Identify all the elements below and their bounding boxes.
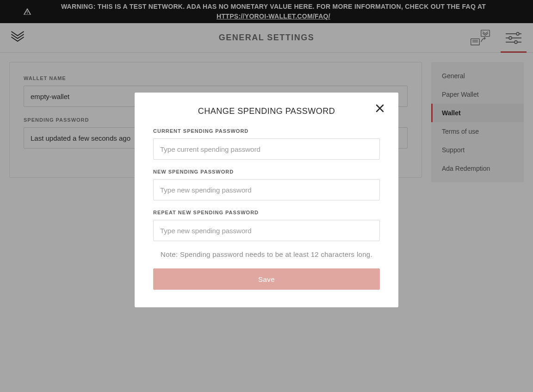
modal-overlay[interactable]: CHANGE SPENDING PASSWORD CURRENT SPENDIN… bbox=[0, 0, 533, 392]
repeat-password-label: REPEAT NEW SPENDING PASSWORD bbox=[153, 210, 380, 215]
modal-title: CHANGE SPENDING PASSWORD bbox=[153, 106, 380, 116]
new-password-label: NEW SPENDING PASSWORD bbox=[153, 169, 380, 174]
password-length-note: Note: Spending password needs to be at l… bbox=[153, 250, 380, 258]
current-password-input[interactable] bbox=[153, 138, 380, 160]
close-icon[interactable] bbox=[375, 104, 386, 115]
repeat-password-input[interactable] bbox=[153, 220, 380, 241]
current-password-label: CURRENT SPENDING PASSWORD bbox=[153, 128, 380, 134]
change-spending-password-modal: CHANGE SPENDING PASSWORD CURRENT SPENDIN… bbox=[135, 93, 398, 307]
new-password-input[interactable] bbox=[153, 179, 380, 200]
save-button[interactable]: Save bbox=[153, 268, 380, 290]
